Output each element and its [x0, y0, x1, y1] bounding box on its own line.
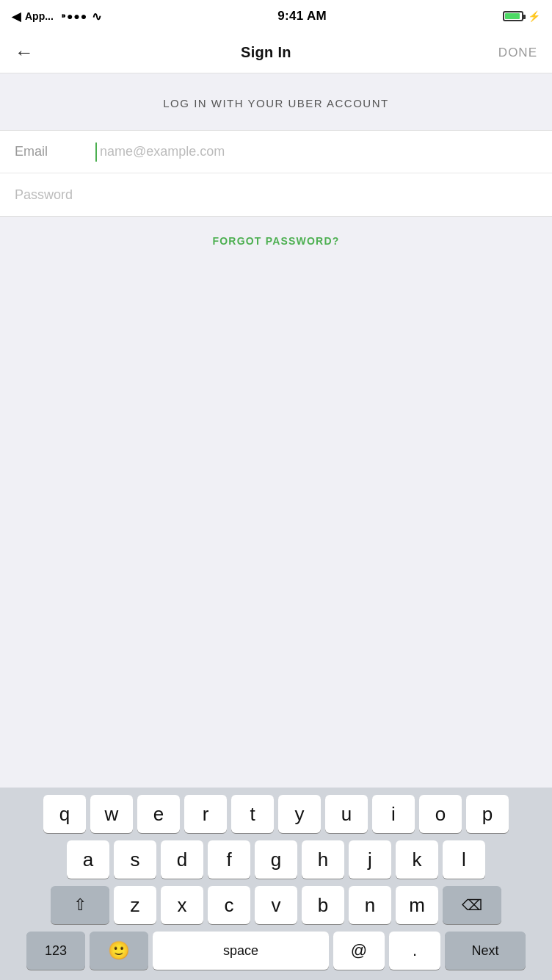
- keyboard-row-3: ⇧ z x c v b n m ⌫: [3, 886, 549, 924]
- key-e[interactable]: e: [137, 795, 180, 833]
- key-d[interactable]: d: [161, 840, 203, 879]
- shift-key[interactable]: ⇧: [51, 886, 109, 924]
- keyboard: q w e r t y u i o p a s d f g h j k l ⇧ …: [0, 788, 552, 980]
- delete-key[interactable]: ⌫: [443, 886, 501, 924]
- status-bar: ◀ App... ⁍●●● ∿ 9:41 AM ⚡: [0, 0, 552, 32]
- done-button[interactable]: DONE: [498, 46, 537, 60]
- key-y[interactable]: y: [278, 795, 321, 833]
- keyboard-row-4: 123 🙂 space @ . Next: [3, 932, 549, 970]
- space-label: space: [223, 943, 258, 959]
- next-key[interactable]: Next: [445, 932, 526, 970]
- key-c[interactable]: c: [208, 886, 250, 924]
- at-label: @: [351, 941, 367, 960]
- nav-bar: ← Sign In DONE: [0, 32, 552, 73]
- key-a[interactable]: a: [67, 840, 109, 879]
- status-time: 9:41 AM: [277, 9, 327, 24]
- key-b[interactable]: b: [302, 886, 344, 924]
- key-v[interactable]: v: [255, 886, 297, 924]
- shift-icon: ⇧: [73, 896, 87, 915]
- wifi-icon: ∿: [92, 10, 101, 24]
- key-j[interactable]: j: [349, 840, 391, 879]
- key-r[interactable]: r: [184, 795, 227, 833]
- back-button[interactable]: ←: [15, 41, 34, 64]
- key-k[interactable]: k: [396, 840, 438, 879]
- key-x[interactable]: x: [161, 886, 203, 924]
- key-t[interactable]: t: [231, 795, 274, 833]
- key-o[interactable]: o: [419, 795, 462, 833]
- key-l[interactable]: l: [443, 840, 485, 879]
- emoji-key[interactable]: 🙂: [90, 932, 148, 970]
- key-w[interactable]: w: [90, 795, 133, 833]
- key-s[interactable]: s: [114, 840, 156, 879]
- app-name: App...: [25, 10, 54, 22]
- password-label: Password: [15, 187, 73, 203]
- email-label: Email: [15, 144, 95, 159]
- app-icon: ◀: [12, 10, 21, 24]
- section-title: LOG IN WITH YOUR UBER ACCOUNT: [0, 97, 552, 109]
- forgot-password-section: FORGOT PASSWORD?: [0, 234, 552, 248]
- next-label: Next: [471, 943, 498, 959]
- key-i[interactable]: i: [372, 795, 415, 833]
- keyboard-row-1: q w e r t y u i o p: [3, 795, 549, 833]
- at-key[interactable]: @: [333, 932, 385, 970]
- key-f[interactable]: f: [208, 840, 250, 879]
- keyboard-row-2: a s d f g h j k l: [3, 840, 549, 879]
- status-right: ⚡: [503, 10, 540, 22]
- key-q[interactable]: q: [43, 795, 86, 833]
- email-placeholder: name@example.com: [100, 144, 225, 159]
- key-n[interactable]: n: [349, 886, 391, 924]
- text-cursor: [95, 143, 97, 162]
- dot-label: .: [413, 941, 417, 960]
- page-title: Sign In: [241, 44, 291, 61]
- input-group: Email name@example.com Password: [0, 130, 552, 217]
- num-key[interactable]: 123: [26, 932, 85, 970]
- key-z[interactable]: z: [114, 886, 156, 924]
- key-p[interactable]: p: [466, 795, 509, 833]
- key-g[interactable]: g: [255, 840, 297, 879]
- password-row[interactable]: Password: [0, 173, 552, 216]
- form-section: LOG IN WITH YOUR UBER ACCOUNT Email name…: [0, 73, 552, 262]
- signal-icon: ⁍●●●: [61, 10, 87, 22]
- key-h[interactable]: h: [302, 840, 344, 879]
- dot-key[interactable]: .: [389, 932, 440, 970]
- email-row[interactable]: Email name@example.com: [0, 131, 552, 173]
- bolt-icon: ⚡: [528, 10, 540, 22]
- battery-icon: [503, 11, 523, 21]
- key-u[interactable]: u: [325, 795, 368, 833]
- key-m[interactable]: m: [396, 886, 438, 924]
- num-label: 123: [45, 943, 67, 959]
- forgot-password-button[interactable]: FORGOT PASSWORD?: [213, 235, 340, 247]
- space-key[interactable]: space: [153, 932, 329, 970]
- status-left: ◀ App... ⁍●●● ∿: [12, 10, 101, 24]
- emoji-icon: 🙂: [108, 940, 130, 961]
